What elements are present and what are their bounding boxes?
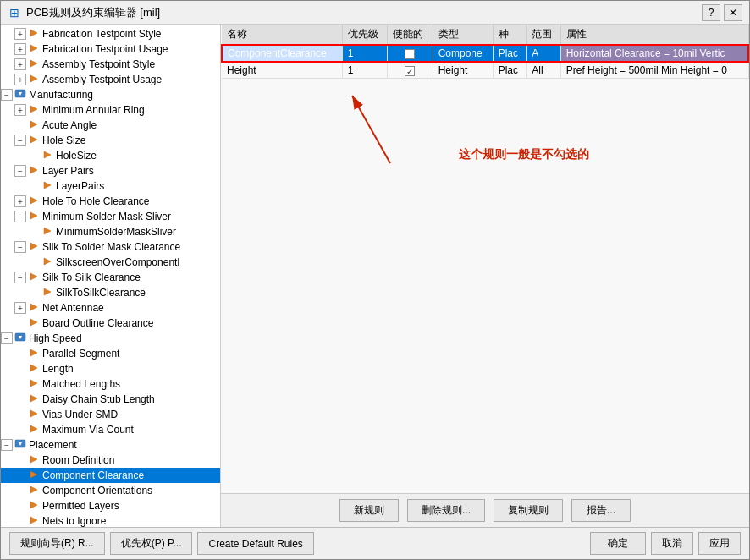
tree-label-matched-lengths: Matched Lengths	[42, 378, 120, 390]
tree-type-icon-min-solder-mask-sub	[41, 225, 53, 239]
tree-label-hole-to-hole: Hole To Hole Clearance	[42, 195, 150, 207]
tree-item-hole-to-hole[interactable]: +Hole To Hole Clearance	[1, 194, 220, 209]
tree-item-min-solder-mask[interactable]: −Minimum Solder Mask Sliver	[1, 209, 220, 224]
expand-btn-min-annular-ring[interactable]: +	[14, 104, 26, 116]
expand-btn-high-speed[interactable]: −	[1, 332, 13, 344]
tree-type-icon-component-clearance	[28, 469, 40, 482]
expand-btn-net-antennae[interactable]: +	[14, 302, 26, 314]
tree-label-silk-to-solder: Silk To Solder Mask Clearance	[42, 241, 180, 253]
tree-item-silk-to-silk[interactable]: −Silk To Silk Clearance	[1, 270, 220, 285]
tree-item-high-speed[interactable]: −High Speed	[1, 331, 220, 346]
apply-button[interactable]: 应用	[698, 532, 741, 555]
tree-item-daisy-chain[interactable]: Daisy Chain Stub Length	[1, 392, 220, 407]
main-content: +Fabrication Testpoint Style+Fabrication…	[1, 25, 749, 527]
tree-item-silk-to-solder[interactable]: −Silk To Solder Mask Clearance	[1, 239, 220, 255]
help-button[interactable]: ?	[702, 4, 720, 21]
table-row[interactable]: ComponentClearance1ComponePlacAHorizonta…	[222, 45, 748, 62]
rule-enabled-cell[interactable]	[388, 62, 433, 79]
tree-item-asm-testpoint-usage[interactable]: +Assembly Testpoint Usage	[1, 72, 220, 87]
expand-btn-fab-testpoint-style[interactable]: +	[14, 28, 26, 40]
expand-placeholder	[14, 119, 26, 131]
tree-type-icon-placement	[14, 438, 26, 452]
table-body: ComponentClearance1ComponePlacAHorizonta…	[222, 45, 748, 79]
expand-placeholder	[14, 393, 26, 405]
tree-item-min-solder-mask-sub[interactable]: MinimumSolderMaskSliver	[1, 224, 220, 239]
svg-marker-32	[30, 471, 37, 478]
tree-item-holesize[interactable]: HoleSize	[1, 148, 220, 163]
ok-button[interactable]: 确定	[590, 532, 646, 555]
close-button[interactable]: ✕	[724, 4, 742, 21]
tree-item-layerpairs[interactable]: LayerPairs	[1, 178, 220, 194]
delete-rule-button[interactable]: 删除规则...	[407, 499, 485, 522]
svg-marker-25	[30, 380, 37, 387]
tree-label-nets-to-ignore: Nets to Ignore	[42, 515, 106, 527]
tree-item-manufacturing[interactable]: −Manufacturing	[1, 87, 220, 102]
tree-item-parallel-seg[interactable]: Parallel Segment	[1, 346, 220, 361]
priority-button[interactable]: 优先权(P) P...	[110, 532, 193, 555]
enabled-checkbox-checked[interactable]	[405, 66, 415, 76]
expand-btn-placement[interactable]: −	[1, 439, 13, 451]
tree-item-board-outline[interactable]: Board Outline Clearance	[1, 316, 220, 331]
expand-btn-silk-to-silk[interactable]: −	[14, 272, 26, 283]
enabled-checkbox-unchecked[interactable]	[405, 49, 415, 59]
expand-btn-min-solder-mask[interactable]: −	[14, 211, 26, 222]
tree-item-nets-to-ignore[interactable]: Nets to Ignore	[1, 513, 220, 527]
tree-item-asm-testpoint-style[interactable]: +Assembly Testpoint Style	[1, 57, 220, 72]
tree-type-icon-daisy-chain	[28, 393, 40, 406]
tree-item-component-clearance[interactable]: Component Clearance	[1, 468, 220, 483]
window-icon: ⊞	[8, 6, 21, 19]
tree-label-min-annular-ring: Minimum Annular Ring	[42, 104, 145, 116]
expand-btn-hole-size[interactable]: −	[14, 135, 26, 146]
tree-item-acute-angle[interactable]: Acute Angle	[1, 118, 220, 133]
cancel-button[interactable]: 取消	[651, 532, 693, 555]
tree-item-net-antennae[interactable]: +Net Antennae	[1, 300, 220, 316]
expand-btn-asm-testpoint-usage[interactable]: +	[14, 74, 26, 85]
tree-type-icon-length	[28, 362, 40, 376]
tree-item-length[interactable]: Length	[1, 361, 220, 376]
tree-type-icon-silk-to-silk-sub	[41, 286, 53, 299]
new-rule-button[interactable]: 新规则	[339, 499, 399, 522]
expand-btn-hole-to-hole[interactable]: +	[14, 195, 26, 207]
expand-btn-asm-testpoint-style[interactable]: +	[14, 58, 26, 70]
tree-item-hole-size[interactable]: −Hole Size	[1, 133, 220, 148]
tree-item-placement[interactable]: −Placement	[1, 437, 220, 453]
tree-item-component-orientations[interactable]: Component Orientations	[1, 483, 220, 498]
col-type: 类型	[433, 25, 493, 45]
rule-enabled-cell[interactable]	[388, 45, 433, 62]
tree-item-matched-lengths[interactable]: Matched Lengths	[1, 376, 220, 392]
tree-item-room-definition[interactable]: Room Definition	[1, 453, 220, 468]
tree-item-fab-testpoint-style[interactable]: +Fabrication Testpoint Style	[1, 26, 220, 41]
table-row[interactable]: Height1HeightPlacAllPref Height = 500mil…	[222, 62, 748, 79]
svg-marker-2	[30, 60, 37, 67]
tree-label-silk-to-silk: Silk To Silk Clearance	[42, 272, 141, 283]
tree-item-vias-under-smd[interactable]: Vias Under SMD	[1, 407, 220, 422]
tree-type-icon-fab-testpoint-style	[28, 27, 40, 41]
window-title: PCB规则及约束编辑器 [mil]	[26, 5, 160, 20]
tree-item-layer-pairs[interactable]: −Layer Pairs	[1, 163, 220, 178]
tree-label-daisy-chain: Daisy Chain Stub Length	[42, 393, 155, 405]
col-scope: 范围	[527, 25, 560, 45]
tree-item-permitted-layers[interactable]: Permitted Layers	[1, 498, 220, 513]
tree-item-fab-testpoint-usage[interactable]: +Fabrication Testpoint Usage	[1, 41, 220, 57]
report-button[interactable]: 报告...	[571, 499, 631, 522]
tree-item-max-via-count[interactable]: Maximum Via Count	[1, 422, 220, 437]
left-tree-panel: +Fabrication Testpoint Style+Fabrication…	[1, 25, 221, 527]
col-subtype: 种	[493, 25, 527, 45]
tree-label-parallel-seg: Parallel Segment	[42, 348, 119, 360]
tree-item-silk-to-silk-sub[interactable]: SilkToSilkClearance	[1, 285, 220, 300]
bottom-action-buttons: 新规则 删除规则... 复制规则 报告...	[221, 493, 749, 527]
annotation-area: 这个规则一般是不勾选的	[221, 79, 749, 231]
rule-wizard-button[interactable]: 规则向导(R) R...	[9, 532, 105, 555]
rule-subtype-cell: Plac	[493, 62, 527, 79]
expand-btn-fab-testpoint-usage[interactable]: +	[14, 43, 26, 55]
create-default-button[interactable]: Create Default Rules	[197, 532, 313, 555]
rule-subtype-cell: Plac	[493, 45, 527, 62]
expand-btn-layer-pairs[interactable]: −	[14, 165, 26, 177]
rule-name-text: ComponentClearance	[228, 47, 327, 59]
rule-type-cell: Compone	[433, 45, 493, 62]
tree-item-silk-to-solder-sub[interactable]: SilkscreenOverComponentl	[1, 255, 220, 270]
tree-item-min-annular-ring[interactable]: +Minimum Annular Ring	[1, 102, 220, 118]
expand-btn-silk-to-solder[interactable]: −	[14, 241, 26, 253]
expand-btn-manufacturing[interactable]: −	[1, 89, 13, 101]
copy-rule-button[interactable]: 复制规则	[494, 499, 563, 522]
